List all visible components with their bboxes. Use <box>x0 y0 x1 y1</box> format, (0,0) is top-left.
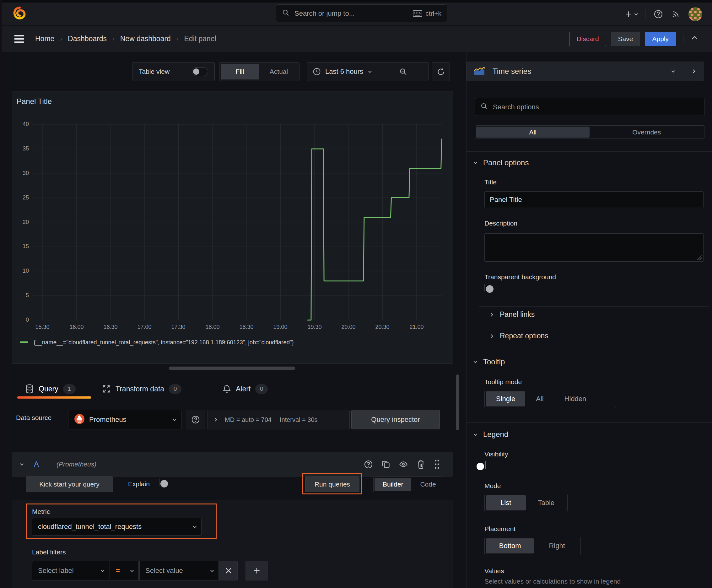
run-queries-button[interactable]: Run queries <box>305 477 360 492</box>
breadcrumb-home[interactable]: Home <box>35 35 54 43</box>
divider <box>683 34 684 44</box>
time-range-picker[interactable]: Last 6 hours <box>307 62 429 81</box>
rss-icon <box>671 10 680 19</box>
divider <box>0 402 466 402</box>
legend-placement-right[interactable]: Right <box>535 538 579 553</box>
drag-query-handle[interactable] <box>434 459 440 469</box>
breadcrumb-dashboards[interactable]: Dashboards <box>68 35 107 43</box>
select-value-dropdown[interactable]: Select value <box>139 561 219 581</box>
eye-icon <box>399 460 408 469</box>
tab-alert[interactable]: Alert 0 <box>222 379 268 399</box>
y-axis-tick: 15 <box>10 243 29 250</box>
legend-series-name[interactable]: {__name__="cloudflared_tunnel_total_requ… <box>34 339 294 346</box>
zoom-out-time-button[interactable] <box>378 67 428 76</box>
builder-option[interactable]: Builder <box>374 478 411 491</box>
section-repeat-options[interactable]: Repeat options <box>490 332 548 340</box>
discard-button[interactable]: Discard <box>569 32 606 46</box>
news-button[interactable] <box>671 10 680 19</box>
options-search[interactable] <box>475 98 705 116</box>
transform-icon <box>102 384 111 393</box>
add-filter-button[interactable] <box>245 561 268 581</box>
divider <box>467 422 712 423</box>
datasource-name: Prometheus <box>89 416 127 424</box>
tooltip-mode-all[interactable]: All <box>526 391 554 406</box>
section-legend[interactable]: Legend <box>474 430 508 439</box>
transparent-background-toggle[interactable] <box>484 284 485 292</box>
y-axis-tick: 25 <box>10 194 29 201</box>
table-view-toggle[interactable] <box>192 67 208 76</box>
legend-mode-table[interactable]: Table <box>526 495 566 510</box>
panel-title-input[interactable] <box>484 191 704 208</box>
chevron-down-icon <box>474 360 477 363</box>
chevron-down-icon <box>20 462 24 465</box>
tab-alert-count: 0 <box>255 384 268 394</box>
explain-toggle[interactable] <box>159 478 159 486</box>
close-icon <box>225 567 232 574</box>
global-search[interactable]: ctrl+k <box>276 4 447 22</box>
x-axis-tick: 17:30 <box>164 324 192 331</box>
tooltip-mode-single[interactable]: Single <box>486 391 525 406</box>
nav-bar: Home › Dashboards › New dashboard › Edit… <box>0 26 712 52</box>
search-shortcut: ctrl+k <box>413 10 441 17</box>
grafana-logo[interactable] <box>13 6 26 22</box>
datasource-help-button[interactable] <box>186 410 205 429</box>
chart-legend[interactable]: {__name__="cloudflared_tunnel_total_requ… <box>20 339 294 346</box>
y-axis-tick: 0 <box>10 317 29 323</box>
resize-grip-icon[interactable] <box>697 255 702 260</box>
help-button[interactable] <box>654 9 663 19</box>
trash-icon <box>416 460 425 469</box>
collapse-header-button[interactable] <box>688 37 701 41</box>
pane-resize-handle[interactable] <box>169 366 295 370</box>
x-axis-tick: 18:00 <box>198 324 226 331</box>
options-tab-all[interactable]: All <box>476 127 589 138</box>
datasource-picker[interactable]: Prometheus <box>68 410 181 429</box>
query-options-summary[interactable]: MD = auto = 704 Interval = 30s <box>208 410 350 429</box>
time-series-chart[interactable]: 15:3016:0016:3017:0017:3018:0018:3019:00… <box>33 124 442 320</box>
actual-option[interactable]: Actual <box>260 64 298 80</box>
toggle-viz-picker-button[interactable] <box>683 62 704 81</box>
tooltip-mode-hidden[interactable]: Hidden <box>555 391 597 406</box>
search-input[interactable] <box>294 9 408 18</box>
metric-select[interactable]: cloudflared_tunnel_total_requests <box>32 518 201 536</box>
chevron-down-icon <box>474 432 477 436</box>
remove-filter-button[interactable] <box>219 561 238 581</box>
kick-start-query-button[interactable]: Kick start your query <box>26 477 113 492</box>
refresh-button[interactable] <box>432 62 450 81</box>
operator-dropdown[interactable]: = <box>110 561 139 581</box>
refresh-icon <box>437 67 445 76</box>
apply-button[interactable]: Apply <box>645 32 676 46</box>
mega-menu-button[interactable] <box>14 35 24 43</box>
section-panel-options[interactable]: Panel options <box>474 158 528 167</box>
duplicate-query-button[interactable] <box>382 460 390 469</box>
options-tab-overrides[interactable]: Overrides <box>590 127 704 138</box>
section-panel-links[interactable]: Panel links <box>490 310 535 319</box>
tab-transform-data[interactable]: Transform data 0 <box>102 379 181 399</box>
description-textarea[interactable] <box>484 233 704 261</box>
breadcrumb-new-dashboard[interactable]: New dashboard <box>120 35 171 43</box>
chevron-down-icon <box>634 12 638 15</box>
new-menu-button[interactable] <box>624 10 637 18</box>
hide-query-button[interactable] <box>399 460 408 469</box>
visualization-picker[interactable]: Time series <box>467 62 704 81</box>
select-label-dropdown[interactable]: Select label <box>32 561 109 581</box>
fill-option[interactable]: Fill <box>221 64 259 80</box>
options-search-input[interactable] <box>492 103 699 111</box>
description-label: Description <box>484 219 517 227</box>
query-row-header[interactable]: A (Prometheus) <box>12 452 453 477</box>
section-tooltip[interactable]: Tooltip <box>474 357 505 366</box>
user-avatar[interactable] <box>688 7 703 21</box>
legend-visibility-toggle[interactable] <box>485 461 486 469</box>
chevron-right-icon: › <box>176 35 179 42</box>
save-button[interactable]: Save <box>611 32 641 46</box>
code-option[interactable]: Code <box>412 478 444 491</box>
chevron-right-icon <box>692 69 695 73</box>
tab-query[interactable]: Query 1 <box>25 379 75 399</box>
x-axis-tick: 19:30 <box>300 324 329 331</box>
scrollbar-thumb[interactable] <box>456 374 459 430</box>
legend-mode-list[interactable]: List <box>486 495 526 510</box>
legend-placement-bottom[interactable]: Bottom <box>486 538 534 553</box>
query-inspector-button[interactable]: Query inspector <box>351 410 440 429</box>
query-help-button[interactable] <box>364 460 373 469</box>
delete-query-button[interactable] <box>416 460 425 469</box>
explain-label: Explain <box>128 480 150 488</box>
